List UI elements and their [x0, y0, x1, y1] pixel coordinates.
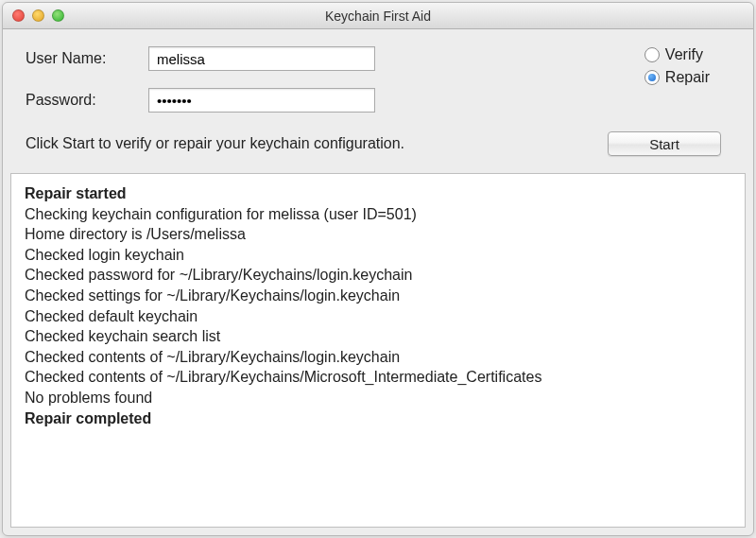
log-line: Checked contents of ~/Library/Keychains/… — [25, 347, 731, 368]
log-line: Home directory is /Users/melissa — [25, 224, 731, 245]
close-icon[interactable] — [12, 9, 25, 22]
log-line: Repair completed — [25, 408, 731, 429]
verify-radio[interactable]: Verify — [644, 46, 710, 63]
verify-radio-label: Verify — [665, 46, 703, 63]
zoom-icon[interactable] — [52, 9, 64, 22]
password-row: Password: — [26, 88, 375, 113]
password-label: Password: — [26, 92, 148, 109]
log-line: Repair started — [25, 183, 731, 204]
repair-radio-label: Repair — [665, 69, 710, 86]
form-row: User Name: Password: Verify Repair — [26, 46, 730, 113]
repair-radio[interactable]: Repair — [644, 69, 710, 86]
log-line: Checked contents of ~/Library/Keychains/… — [25, 367, 731, 388]
mode-radio-group: Verify Repair — [644, 46, 710, 86]
traffic-lights — [12, 9, 64, 22]
log-output[interactable]: Repair startedChecking keychain configur… — [10, 173, 746, 528]
log-line: Checked default keychain — [25, 306, 731, 327]
log-line: No problems found — [25, 388, 731, 408]
window-title: Keychain First Aid — [3, 9, 753, 24]
log-line: Checked settings for ~/Library/Keychains… — [25, 286, 731, 306]
hint-text: Click Start to verify or repair your key… — [26, 135, 404, 152]
radio-icon — [644, 47, 660, 62]
start-button[interactable]: Start — [608, 131, 721, 156]
log-line: Checking keychain configuration for meli… — [25, 204, 731, 225]
top-pane: User Name: Password: Verify Repair — [3, 29, 753, 169]
log-line: Checked keychain search list — [25, 326, 731, 347]
hint-row: Click Start to verify or repair your key… — [26, 131, 730, 156]
username-input[interactable] — [148, 46, 375, 71]
username-row: User Name: — [26, 46, 375, 71]
log-line: Checked login keychain — [25, 245, 731, 266]
radio-icon — [644, 70, 660, 85]
titlebar: Keychain First Aid — [3, 3, 753, 29]
form-fields: User Name: Password: — [26, 46, 375, 113]
username-label: User Name: — [26, 50, 148, 67]
minimize-icon[interactable] — [32, 9, 44, 22]
log-line: Checked password for ~/Library/Keychains… — [25, 265, 731, 286]
password-input[interactable] — [148, 88, 375, 113]
app-window: Keychain First Aid User Name: Password: … — [2, 2, 754, 536]
